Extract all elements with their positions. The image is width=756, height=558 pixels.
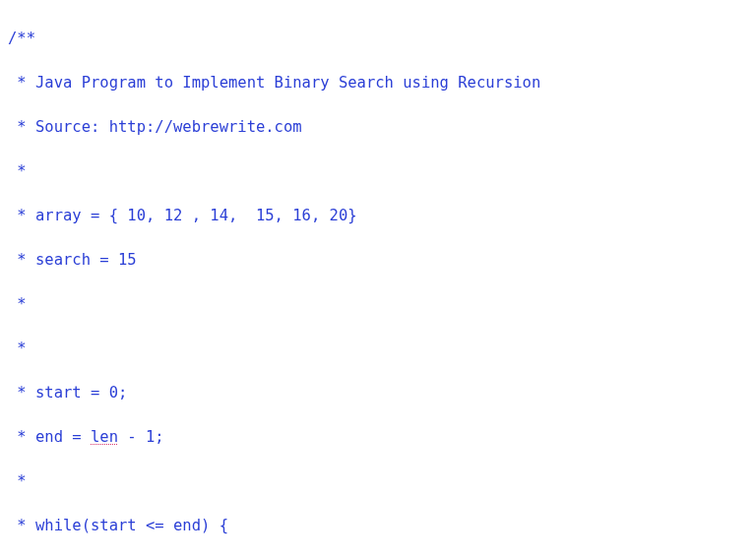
code-line: * search = 15: [8, 249, 748, 271]
code-line: * start = 0;: [8, 382, 748, 403]
code-block: /** * Java Program to Implement Binary S…: [8, 6, 748, 558]
code-text: - 1;: [118, 428, 164, 446]
code-line: *: [8, 470, 748, 492]
code-line: *: [8, 160, 748, 182]
code-text: * end =: [8, 428, 91, 446]
code-line: * Java Program to Implement Binary Searc…: [8, 72, 748, 93]
code-line: *: [8, 293, 748, 315]
warning-underline-len: len: [91, 428, 118, 446]
code-line: * while(start <= end) {: [8, 515, 748, 536]
code-line: *: [8, 338, 748, 359]
code-line: * array = { 10, 12 , 14, 15, 16, 20}: [8, 205, 748, 226]
code-line: * Source: http://webrewrite.com: [8, 116, 748, 138]
code-line: * end = len - 1;: [8, 426, 748, 448]
code-line: /**: [8, 28, 748, 49]
